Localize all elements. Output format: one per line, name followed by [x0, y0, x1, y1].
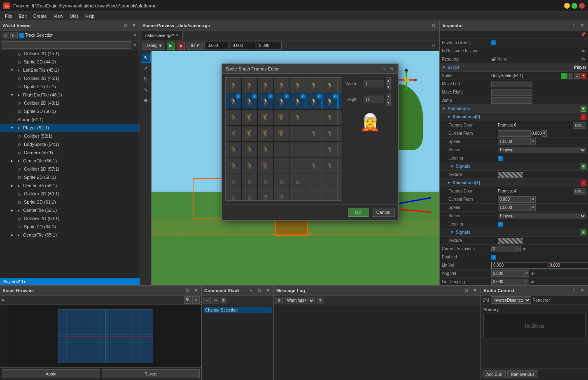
sprite-cell-1-7[interactable]: 🏃✓	[338, 94, 342, 109]
sprite-cell-3-4[interactable]	[290, 126, 306, 141]
sprite-cell-4-1[interactable]: 🏃	[242, 142, 257, 157]
status0-select[interactable]: Playing Paused Stopped	[498, 147, 586, 153]
animations0-section[interactable]: ▼ Animations[0] −	[440, 113, 588, 121]
resource-arrow[interactable]: ≫	[580, 56, 586, 63]
inspector-pin[interactable]: 📌	[580, 31, 586, 38]
sprite-cell-7-1[interactable]: ⚔	[242, 190, 257, 201]
sprite-editor-close[interactable]: ✕	[388, 66, 395, 72]
width-up-btn[interactable]: ▲	[386, 77, 391, 84]
tree-item-centertile62[interactable]: ▶ ● CenterTile (62:1)	[0, 206, 140, 214]
menu-utils[interactable]: Utils	[66, 13, 82, 19]
inspector-expand[interactable]: □	[571, 22, 577, 29]
asset-browser-close[interactable]: ✕	[192, 287, 199, 294]
sprite-cell-2-7[interactable]: 🏃	[338, 110, 342, 125]
sprite-cell-5-0[interactable]: 🏃	[226, 158, 241, 174]
add-bus-button[interactable]: Add Bus	[483, 370, 506, 378]
frame1-spinner[interactable]: ≡	[531, 196, 536, 203]
animations1-section[interactable]: ▼ Animations[1] −	[440, 179, 588, 187]
sprite-cell-6-6[interactable]	[322, 174, 338, 190]
log-filter-select[interactable]: Warnings+ Info+ All	[284, 297, 315, 304]
tree-item-sprite50[interactable]: □ Sprite 2D (50:1)	[0, 107, 140, 115]
sprite-cell-1-2[interactable]: 🏃✓	[258, 94, 273, 109]
sprite-cell-4-2[interactable]: 🏃	[258, 142, 273, 157]
animations-section[interactable]: ▼ Animations +	[440, 105, 588, 113]
tool-transform[interactable]: ✥	[141, 96, 151, 106]
current-animation-input[interactable]	[491, 246, 516, 252]
tree-item-centertile56[interactable]: ▶ ● CenterTile (56:1)	[0, 157, 140, 165]
cmd-expand-btn[interactable]: □	[256, 287, 263, 294]
sprite-cell-6-4[interactable]: ⚔	[290, 174, 306, 190]
sprite-cell-3-7[interactable]	[338, 126, 342, 141]
tool-select[interactable]: ↖	[141, 53, 151, 63]
menu-create[interactable]: Create	[30, 13, 50, 19]
log-expand-btn[interactable]: □	[463, 287, 470, 294]
width-down-btn[interactable]: ▼	[386, 84, 391, 90]
tool-terrain[interactable]: ⛶	[141, 106, 151, 116]
sprite-cell-2-5[interactable]	[306, 110, 322, 125]
menu-edit[interactable]: Edit	[16, 13, 30, 19]
sprite-cell-5-1[interactable]: 🏃	[242, 158, 257, 174]
height-input[interactable]	[364, 96, 384, 103]
jump-input[interactable]	[491, 97, 532, 104]
current-animation-spinner[interactable]: ≡	[516, 246, 521, 252]
ang-vel-input[interactable]	[491, 270, 524, 277]
signals0-add-btn[interactable]: +	[581, 164, 586, 169]
tree-item-collider45[interactable]: ◇ Collider 2D (45:1)	[0, 49, 140, 58]
tree-item-rightendtile[interactable]: ▼ ● RightEndTile (48:1)	[0, 91, 140, 99]
width-input[interactable]	[364, 80, 384, 87]
sprite-editor-maximize[interactable]: □	[380, 66, 387, 72]
log-filter-arrow[interactable]: ▼	[317, 297, 324, 304]
ok-button[interactable]: OK	[348, 208, 369, 217]
sprite-cell-5-3[interactable]	[274, 158, 289, 174]
sprite-cell-0-4[interactable]: 🏃	[290, 77, 306, 93]
sprite-cell-6-0[interactable]: ⚔	[226, 174, 241, 190]
audio-close-btn[interactable]: ✕	[579, 287, 586, 294]
tree-item-bodysprite[interactable]: ◇ BodySprite (54:1)	[0, 140, 140, 148]
edit1-button[interactable]: Edit...	[573, 188, 586, 195]
cmd-item-change-selection[interactable]: Change Selection	[203, 307, 272, 313]
tree-item-sprite61[interactable]: □ Sprite 2D (61:1)	[0, 198, 140, 206]
tree-item-sprite58[interactable]: □ Sprite 2D (58:1)	[0, 173, 140, 181]
sprite-cell-0-1[interactable]: 🏃	[242, 77, 257, 93]
edit0-button[interactable]: Edit...	[573, 122, 586, 129]
inspector-close[interactable]: ✕	[579, 22, 586, 29]
sprite-cell-1-4[interactable]: 🏃✓	[290, 94, 306, 109]
remove-bus-button[interactable]: Remove Bus	[507, 370, 538, 378]
sprite-cell-2-4[interactable]: 🏃	[290, 110, 306, 125]
tool-scale[interactable]: ⤡	[141, 85, 151, 95]
dm-select[interactable]: InverseDistance Linear	[491, 296, 531, 304]
wv-close-btn[interactable]: ✕	[131, 32, 138, 39]
cmd-close-btn[interactable]: ✕	[264, 287, 271, 294]
frustum-culling-checkbox[interactable]: ✓	[491, 40, 496, 45]
lin-damping-arrow[interactable]: ≫	[529, 279, 536, 285]
sprite-cell-3-0[interactable]: 🏃	[226, 126, 241, 141]
sprite-cell-4-5[interactable]	[306, 142, 322, 157]
status1-select[interactable]: Playing Paused Stopped	[498, 213, 586, 219]
sprite-cell-4-4[interactable]	[290, 142, 306, 157]
close-button[interactable]	[579, 3, 585, 9]
sprite-cell-7-7[interactable]	[338, 190, 342, 201]
sprite-cell-2-3[interactable]: 🧗	[274, 110, 289, 125]
sprite-cell-4-3[interactable]	[274, 142, 289, 157]
coord-z-input[interactable]	[257, 42, 282, 50]
ang-vel-arrow[interactable]: ≫	[529, 270, 536, 277]
tree-item-collider63[interactable]: ◇ Collider 2D (63:1)	[0, 214, 140, 223]
tree-item-sprite44[interactable]: □ Sprite 2D (44:1)	[0, 58, 140, 66]
view-mode-dropdown[interactable]: 3D ▼	[187, 42, 203, 50]
sprite-cell-3-3[interactable]: 🧗	[274, 126, 289, 141]
sprite-cell-0-2[interactable]: 🏃	[258, 77, 273, 93]
sprite-cell-0-7[interactable]: 🏃	[338, 77, 342, 93]
sprite-cell-5-2[interactable]: 🧗	[258, 158, 273, 174]
tree-item-centertile65[interactable]: ▶ ● CenterTile (65:1)	[0, 231, 140, 239]
play-button[interactable]: ▶	[167, 42, 175, 50]
debug-mode-dropdown[interactable]: Debug ▼	[142, 42, 165, 50]
coord-y-input[interactable]	[231, 42, 255, 50]
asset-close-btn[interactable]: ✕	[192, 296, 200, 304]
sprite-cell-0-5[interactable]: 🏃	[306, 77, 322, 93]
sprite-cell-1-5[interactable]: 🏃✓	[306, 94, 322, 109]
menu-help[interactable]: Help	[82, 13, 98, 19]
tree-item-collider60[interactable]: ◇ Collider 2D (60:1)	[0, 190, 140, 198]
current-frame1-input[interactable]	[498, 196, 531, 203]
sprite-cell-5-4[interactable]	[290, 158, 306, 174]
sprite-cell-7-4[interactable]	[290, 190, 306, 201]
